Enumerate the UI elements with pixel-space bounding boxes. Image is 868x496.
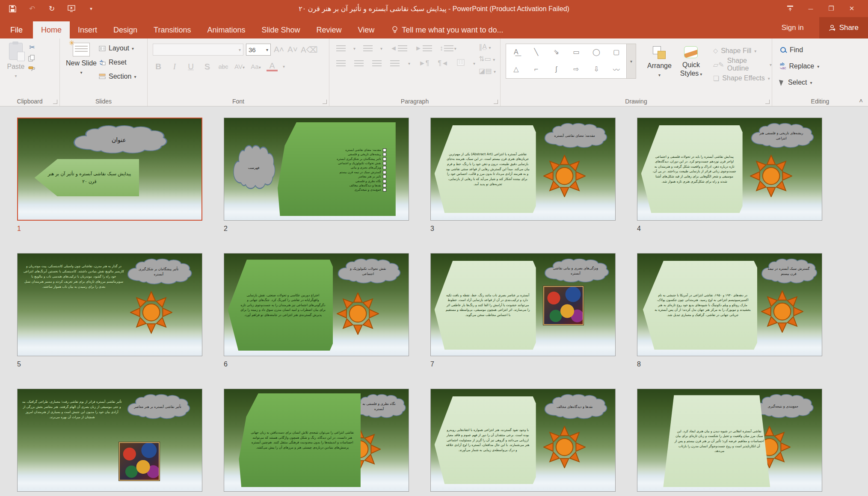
tab-review[interactable]: Review bbox=[308, 21, 350, 38]
rounded-rectangle-shape-icon[interactable]: ▢ bbox=[613, 48, 619, 56]
slide-thumbnail-1[interactable]: عنوانپیدایش سبک نقاشی آبستره و تأثیر آن … bbox=[17, 118, 202, 221]
reset-button[interactable]: Reset bbox=[98, 57, 136, 68]
select-icon bbox=[780, 79, 785, 86]
tab-design[interactable]: Design bbox=[105, 21, 145, 38]
increase-indent-icon[interactable]: ► bbox=[415, 44, 432, 52]
right-arrow-shape-icon[interactable]: ⇨ bbox=[573, 65, 579, 73]
redo-icon[interactable]: ↻ bbox=[47, 4, 56, 13]
align-left-icon[interactable] bbox=[336, 60, 346, 67]
underline-button[interactable]: U bbox=[185, 62, 196, 71]
align-text-icon[interactable]: ⇅▭ ▾ bbox=[479, 55, 496, 63]
line-spacing-icon[interactable]: ↕▾ bbox=[440, 44, 456, 52]
numbering-icon[interactable] bbox=[363, 45, 373, 52]
find-button[interactable]: Find bbox=[780, 44, 868, 56]
text-box-shape-icon[interactable]: A͟ bbox=[514, 48, 518, 56]
replace-button[interactable]: ab⤷acReplace▾ bbox=[780, 60, 868, 73]
decrease-indent-icon[interactable]: ◄ bbox=[390, 44, 407, 52]
tell-me-box[interactable]: Tell me what you want to do... bbox=[392, 21, 503, 38]
shape-fill-button[interactable]: ⬦Shape Fill▾ bbox=[713, 44, 772, 57]
tab-home[interactable]: Home bbox=[33, 21, 70, 38]
arrange-button[interactable]: Arrange▾ bbox=[644, 44, 675, 94]
close-button[interactable]: ✕ bbox=[841, 0, 862, 17]
columns-icon[interactable] bbox=[457, 59, 465, 68]
format-painter-icon[interactable] bbox=[28, 66, 36, 72]
character-spacing-button[interactable]: AV▾ bbox=[234, 63, 245, 70]
quick-styles-button[interactable]: Quick Styles ▾ bbox=[675, 44, 707, 94]
clipboard-dialog-launcher[interactable] bbox=[53, 100, 57, 104]
customize-quick-access-icon[interactable]: ▾ bbox=[86, 4, 96, 13]
font-name-combo[interactable]: ▾ bbox=[153, 44, 243, 56]
checkbox-bullet-icon bbox=[383, 188, 386, 192]
slide-thumbnail-10[interactable]: نگاه نظری و فلسفی به آبسترهنقاشی انتزاعی… bbox=[224, 389, 409, 492]
text-direction-icon[interactable]: ∥A̤ ▾ bbox=[479, 43, 496, 51]
tab-file[interactable]: File bbox=[0, 21, 33, 38]
rectangle-shape-icon[interactable]: ▭ bbox=[573, 48, 579, 56]
tab-slide-show[interactable]: Slide Show bbox=[254, 21, 308, 38]
select-button[interactable]: Select▾ bbox=[780, 76, 868, 89]
paragraph-dialog-launcher[interactable] bbox=[494, 100, 498, 104]
slide-thumbnail-12[interactable]: جمع‌بندی و نتیجه‌گیرینقاشی آبستره انقلاب… bbox=[637, 389, 822, 492]
checkbox-bullet-icon bbox=[383, 162, 386, 165]
slide-thumbnail-5[interactable]: تأثیر پیشگامان بر شکل‌گیری آبسترهدر گذار… bbox=[17, 253, 202, 356]
ribbon-display-options-icon[interactable] bbox=[780, 0, 800, 17]
section-button[interactable]: Section▾ bbox=[98, 71, 136, 82]
font-color-button[interactable]: A bbox=[267, 62, 278, 71]
slide-thumbnail-8[interactable]: گسترش سبک آبستره در نیمه قرن بیستمدر دهه… bbox=[637, 253, 822, 356]
shapes-gallery[interactable]: A͟╲⇘▭◯▢△⌐ʃ⇨⇩〰 bbox=[506, 44, 627, 79]
change-case-button[interactable]: Aa▾ bbox=[250, 63, 261, 70]
font-size-combo[interactable]: 36▾ bbox=[246, 44, 271, 56]
justify-icon[interactable] bbox=[390, 60, 400, 67]
cut-icon[interactable]: ✂ bbox=[28, 44, 36, 50]
slide-thumbnail-7[interactable]: ویژگی‌های بصری و بیانی نقاشی آبسترهآبستر… bbox=[430, 253, 616, 356]
tab-transitions[interactable]: Transitions bbox=[145, 21, 199, 38]
shape-effects-button[interactable]: ❏Shape Effects▾ bbox=[713, 72, 772, 85]
bold-button[interactable]: B bbox=[153, 62, 164, 71]
body-text: پیدایش سبک نقاشی آبستره و تأثیر آن بر هن… bbox=[35, 170, 139, 186]
restore-button[interactable]: ❐ bbox=[821, 0, 841, 17]
drawing-dialog-launcher[interactable] bbox=[765, 100, 770, 104]
tab-animations[interactable]: Animations bbox=[199, 21, 253, 38]
slide-thumbnail-11[interactable]: نقدها و دیدگاه‌های مخالفبا وجود نفوذ گست… bbox=[430, 389, 616, 492]
elbow-connector-shape-icon[interactable]: ⌐ bbox=[534, 65, 538, 73]
italic-button[interactable]: I bbox=[169, 62, 180, 71]
bullets-icon[interactable] bbox=[336, 45, 346, 52]
paste-button[interactable]: Paste▾ bbox=[3, 38, 28, 89]
font-dialog-launcher[interactable] bbox=[323, 100, 327, 104]
ltr-direction-icon[interactable]: ►¶ bbox=[419, 59, 429, 67]
slide-thumbnail-3[interactable]: مقدمه: معنای نقاشی آبسترهنقاشی آبستره یا… bbox=[430, 118, 616, 221]
tab-view[interactable]: View bbox=[350, 21, 383, 38]
line-shape-icon[interactable]: ╲ bbox=[534, 48, 538, 56]
shape-outline-button[interactable]: ▱✎Shape Outline▾ bbox=[713, 58, 772, 71]
shrink-font-icon[interactable]: A˅ bbox=[287, 45, 298, 54]
share-button[interactable]: Share bbox=[819, 17, 868, 38]
arrow-shape-icon[interactable]: ⇘ bbox=[553, 48, 559, 56]
convert-smartart-icon[interactable]: ◪▤ ▾ bbox=[479, 67, 496, 75]
new-slide-button[interactable]: ✳ New Slide ▾ bbox=[64, 38, 98, 89]
layout-button[interactable]: Layout▾ bbox=[98, 43, 136, 54]
slide-thumbnail-2[interactable]: فهرستمقدمه: معنای نقاشی آبسترهریشه‌های ت… bbox=[224, 118, 409, 221]
tab-insert[interactable]: Insert bbox=[70, 21, 105, 38]
shapes-gallery-more-icon[interactable]: ▾ bbox=[627, 44, 636, 79]
scribble-shape-icon[interactable]: 〰 bbox=[613, 64, 620, 74]
curve-shape-icon[interactable]: ʃ bbox=[555, 65, 557, 73]
down-arrow-shape-icon[interactable]: ⇩ bbox=[593, 65, 599, 73]
collapse-ribbon-icon[interactable]: ˄ bbox=[859, 97, 863, 104]
align-center-icon[interactable] bbox=[354, 60, 364, 67]
align-right-icon[interactable] bbox=[372, 60, 382, 67]
minimize-button[interactable]: ─ bbox=[800, 0, 821, 17]
text-shadow-button[interactable]: S bbox=[201, 62, 213, 71]
rtl-direction-icon[interactable]: ¶◄ bbox=[438, 59, 448, 67]
sign-in-link[interactable]: Sign in bbox=[782, 24, 804, 32]
start-slideshow-icon[interactable] bbox=[67, 4, 76, 13]
toc-item: جمع‌بندی و نتیجه‌گیری bbox=[290, 188, 386, 192]
slide-thumbnail-4[interactable]: ریشه‌های تاریخی و فلسفی هنر انتزاعیپیدای… bbox=[637, 118, 822, 221]
triangle-shape-icon[interactable]: △ bbox=[513, 65, 518, 73]
clear-formatting-icon[interactable]: A⌫ bbox=[301, 45, 312, 55]
copy-icon[interactable] bbox=[28, 55, 35, 62]
strikethrough-button[interactable]: abc bbox=[218, 63, 229, 70]
oval-shape-icon[interactable]: ◯ bbox=[592, 48, 600, 56]
slide-thumbnail-6[interactable]: نقش تحولات تکنولوژیک و اجتماعیاختراع دور… bbox=[224, 253, 409, 356]
save-icon[interactable] bbox=[8, 4, 17, 13]
slide-thumbnail-9[interactable]: تأثیر نقاشی آبستره بر هنر معاصرتأثیر نقا… bbox=[17, 389, 202, 492]
grow-font-icon[interactable]: A˄ bbox=[273, 45, 284, 54]
